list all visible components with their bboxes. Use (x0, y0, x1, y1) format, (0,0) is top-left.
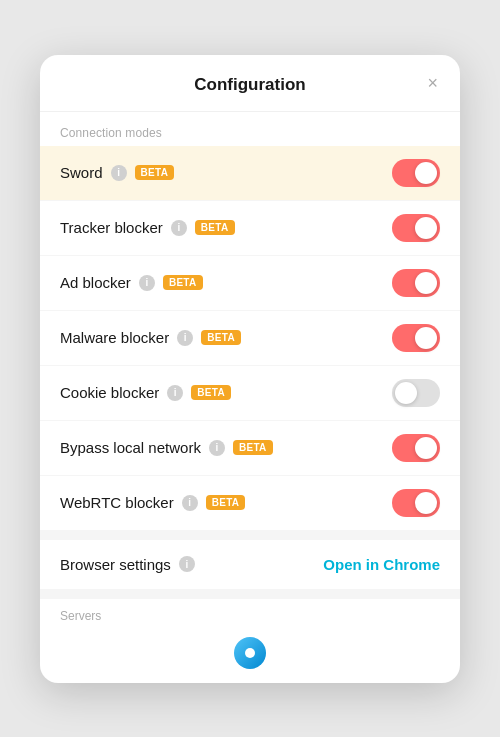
row-left-bypass: Bypass local networkiBETA (60, 439, 273, 456)
row-label-sword: Sword (60, 164, 103, 181)
beta-badge-cookie: BETA (191, 385, 231, 400)
beta-badge-sword: BETA (135, 165, 175, 180)
open-chrome-link[interactable]: Open in Chrome (323, 556, 440, 573)
toggle-track-ad[interactable] (392, 269, 440, 297)
modal-title: Configuration (194, 75, 305, 95)
row-label-cookie: Cookie blocker (60, 384, 159, 401)
server-status-icon (234, 637, 266, 669)
modal-header: Configuration × (40, 55, 460, 112)
toggle-switch-bypass[interactable] (392, 434, 440, 462)
toggle-row-webrtc: WebRTC blockeriBETA (40, 475, 460, 530)
connection-modes-list: SwordiBETATracker blockeriBETAAd blocker… (40, 146, 460, 530)
beta-badge-webrtc: BETA (206, 495, 246, 510)
info-icon-sword[interactable]: i (111, 165, 127, 181)
toggle-thumb-bypass (415, 437, 437, 459)
beta-badge-malware: BETA (201, 330, 241, 345)
toggle-track-cookie[interactable] (392, 379, 440, 407)
section-divider (40, 530, 460, 540)
browser-settings-info-icon[interactable]: i (179, 556, 195, 572)
connection-modes-label: Connection modes (40, 112, 460, 146)
row-label-webrtc: WebRTC blocker (60, 494, 174, 511)
configuration-modal: Configuration × Connection modes SwordiB… (40, 55, 460, 683)
info-icon-cookie[interactable]: i (167, 385, 183, 401)
browser-settings-left: Browser settings i (60, 556, 195, 573)
toggle-row-malware: Malware blockeriBETA (40, 310, 460, 365)
toggle-thumb-ad (415, 272, 437, 294)
beta-badge-tracker: BETA (195, 220, 235, 235)
toggle-thumb-webrtc (415, 492, 437, 514)
row-left-cookie: Cookie blockeriBETA (60, 384, 231, 401)
toggle-row-ad: Ad blockeriBETA (40, 255, 460, 310)
toggle-track-malware[interactable] (392, 324, 440, 352)
toggle-thumb-sword (415, 162, 437, 184)
row-label-ad: Ad blocker (60, 274, 131, 291)
toggle-thumb-tracker (415, 217, 437, 239)
row-left-ad: Ad blockeriBETA (60, 274, 203, 291)
row-left-sword: SwordiBETA (60, 164, 174, 181)
servers-label: Servers (40, 599, 460, 631)
close-button[interactable]: × (423, 70, 442, 96)
toggle-row-cookie: Cookie blockeriBETA (40, 365, 460, 420)
toggle-switch-webrtc[interactable] (392, 489, 440, 517)
toggle-track-tracker[interactable] (392, 214, 440, 242)
beta-badge-ad: BETA (163, 275, 203, 290)
toggle-track-webrtc[interactable] (392, 489, 440, 517)
info-icon-webrtc[interactable]: i (182, 495, 198, 511)
toggle-switch-ad[interactable] (392, 269, 440, 297)
row-left-tracker: Tracker blockeriBETA (60, 219, 235, 236)
row-label-tracker: Tracker blocker (60, 219, 163, 236)
toggle-row-tracker: Tracker blockeriBETA (40, 200, 460, 255)
toggle-row-sword: SwordiBETA (40, 146, 460, 200)
toggle-switch-sword[interactable] (392, 159, 440, 187)
row-left-webrtc: WebRTC blockeriBETA (60, 494, 245, 511)
toggle-track-sword[interactable] (392, 159, 440, 187)
beta-badge-bypass: BETA (233, 440, 273, 455)
browser-settings-label: Browser settings (60, 556, 171, 573)
info-icon-malware[interactable]: i (177, 330, 193, 346)
toggle-thumb-cookie (395, 382, 417, 404)
toggle-switch-cookie[interactable] (392, 379, 440, 407)
toggle-thumb-malware (415, 327, 437, 349)
toggle-switch-malware[interactable] (392, 324, 440, 352)
server-status-inner (245, 648, 255, 658)
servers-section: Servers (40, 599, 460, 683)
section-divider-2 (40, 589, 460, 599)
toggle-track-bypass[interactable] (392, 434, 440, 462)
row-label-malware: Malware blocker (60, 329, 169, 346)
info-icon-tracker[interactable]: i (171, 220, 187, 236)
info-icon-ad[interactable]: i (139, 275, 155, 291)
row-label-bypass: Bypass local network (60, 439, 201, 456)
server-circle-indicator (40, 631, 460, 683)
row-left-malware: Malware blockeriBETA (60, 329, 241, 346)
browser-settings-row: Browser settings i Open in Chrome (40, 540, 460, 589)
toggle-row-bypass: Bypass local networkiBETA (40, 420, 460, 475)
toggle-switch-tracker[interactable] (392, 214, 440, 242)
info-icon-bypass[interactable]: i (209, 440, 225, 456)
